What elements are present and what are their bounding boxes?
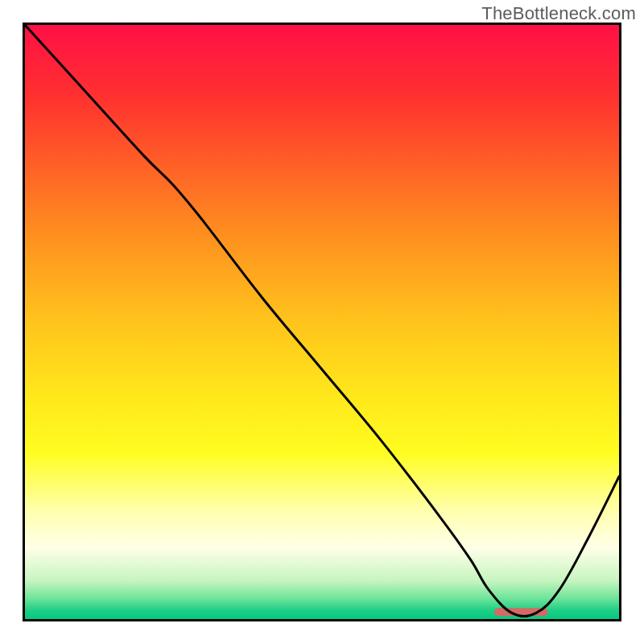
gradient-bg [25,25,619,619]
chart-svg [25,25,619,619]
chart-container: TheBottleneck.com [0,0,644,644]
plot-area [23,23,621,621]
attribution-label: TheBottleneck.com [481,3,636,24]
